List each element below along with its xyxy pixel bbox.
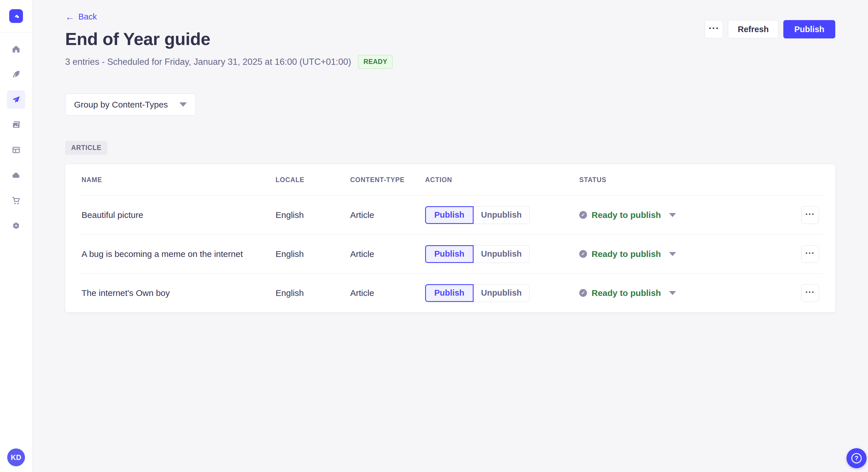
layout-icon xyxy=(11,145,21,155)
action-toggle: Publish Unpublish xyxy=(425,284,579,302)
chevron-down-icon xyxy=(179,102,187,107)
publish-toggle-button[interactable]: Publish xyxy=(425,206,474,224)
row-more-button[interactable]: ··· xyxy=(801,245,819,263)
column-header-content-type: CONTENT-TYPE xyxy=(350,176,425,184)
unpublish-toggle-button[interactable]: Unpublish xyxy=(474,206,530,224)
column-header-status: STATUS xyxy=(579,176,784,184)
table-row: The internet's Own boy English Article P… xyxy=(65,274,835,312)
user-avatar[interactable]: KD xyxy=(7,448,25,466)
feather-icon xyxy=(11,70,21,79)
release-more-button[interactable]: ··· xyxy=(705,20,723,38)
cart-icon xyxy=(11,196,21,205)
paper-plane-icon xyxy=(11,95,21,104)
row-more-button[interactable]: ··· xyxy=(801,206,819,224)
entry-name: Beautiful picture xyxy=(82,210,276,220)
unpublish-toggle-button[interactable]: Unpublish xyxy=(474,245,530,263)
release-schedule-text: 3 entries - Scheduled for Friday, Januar… xyxy=(65,57,351,67)
strapi-logo-icon xyxy=(12,12,20,20)
sidebar-nav xyxy=(7,40,25,235)
sidebar: KD xyxy=(0,0,32,472)
sidebar-item-content-type-builder[interactable] xyxy=(7,141,25,159)
back-label: Back xyxy=(79,12,97,22)
status-label: Ready to publish xyxy=(592,249,661,259)
sidebar-item-home[interactable] xyxy=(7,40,25,58)
entry-content-type: Article xyxy=(350,210,425,220)
refresh-button[interactable]: Refresh xyxy=(728,20,778,38)
action-toggle: Publish Unpublish xyxy=(425,245,579,263)
main-content: ← Back End of Year guide 3 entries - Sch… xyxy=(32,0,868,472)
check-circle-icon: ✓ xyxy=(579,289,587,297)
column-header-name: NAME xyxy=(82,176,276,184)
check-circle-icon: ✓ xyxy=(579,211,587,219)
entry-name: A bug is becoming a meme on the internet xyxy=(82,249,276,259)
table-row: Beautiful picture English Article Publis… xyxy=(65,196,835,234)
strapi-logo[interactable] xyxy=(9,9,23,23)
table-row: A bug is becoming a meme on the internet… xyxy=(65,235,835,273)
column-header-action: ACTION xyxy=(425,176,579,184)
entry-name: The internet's Own boy xyxy=(82,288,276,298)
entry-status: ✓ Ready to publish xyxy=(579,249,784,259)
sidebar-item-releases[interactable] xyxy=(7,90,25,109)
gear-icon xyxy=(11,221,21,230)
sidebar-item-settings[interactable] xyxy=(7,216,25,235)
entry-content-type: Article xyxy=(350,249,425,259)
unpublish-toggle-button[interactable]: Unpublish xyxy=(474,284,530,302)
cloud-icon xyxy=(11,171,21,180)
check-circle-icon: ✓ xyxy=(579,250,587,258)
group-by-value: Group by Content-Types xyxy=(74,100,168,109)
subtitle-row: 3 entries - Scheduled for Friday, Januar… xyxy=(65,55,835,69)
entry-locale: English xyxy=(276,210,350,220)
publish-toggle-button[interactable]: Publish xyxy=(425,284,474,302)
status-badge: READY xyxy=(358,55,393,69)
sidebar-item-content-manager[interactable] xyxy=(7,65,25,83)
images-icon xyxy=(11,120,21,129)
status-chevron-down-icon[interactable] xyxy=(669,213,676,217)
header-actions: ··· Refresh Publish xyxy=(705,20,835,38)
publish-release-button[interactable]: Publish xyxy=(783,20,835,38)
row-more-button[interactable]: ··· xyxy=(801,284,819,302)
status-label: Ready to publish xyxy=(592,288,661,298)
back-arrow-icon: ← xyxy=(65,12,74,22)
entry-status: ✓ Ready to publish xyxy=(579,210,784,220)
back-link[interactable]: ← Back xyxy=(65,12,97,22)
entry-locale: English xyxy=(276,288,350,298)
status-chevron-down-icon[interactable] xyxy=(669,252,676,256)
entries-table-card: NAME LOCALE CONTENT-TYPE ACTION STATUS B… xyxy=(65,164,835,312)
status-chevron-down-icon[interactable] xyxy=(669,291,676,295)
content-type-group-tag: ARTICLE xyxy=(65,141,107,155)
entry-content-type: Article xyxy=(350,288,425,298)
page-header: ← Back End of Year guide 3 entries - Sch… xyxy=(65,0,835,69)
sidebar-item-deploy[interactable] xyxy=(7,166,25,184)
action-toggle: Publish Unpublish xyxy=(425,206,579,224)
question-icon: ? xyxy=(851,453,862,463)
home-icon xyxy=(11,44,21,54)
help-button[interactable]: ? xyxy=(846,448,867,468)
entry-locale: English xyxy=(276,249,350,259)
table-header-row: NAME LOCALE CONTENT-TYPE ACTION STATUS xyxy=(65,164,835,195)
column-header-locale: LOCALE xyxy=(276,176,350,184)
sidebar-item-media-library[interactable] xyxy=(7,115,25,134)
publish-toggle-button[interactable]: Publish xyxy=(425,245,474,263)
sidebar-item-marketplace[interactable] xyxy=(7,191,25,210)
logo-container xyxy=(0,0,32,32)
group-by-select[interactable]: Group by Content-Types xyxy=(65,94,196,115)
entry-status: ✓ Ready to publish xyxy=(579,288,784,298)
status-label: Ready to publish xyxy=(592,210,661,220)
